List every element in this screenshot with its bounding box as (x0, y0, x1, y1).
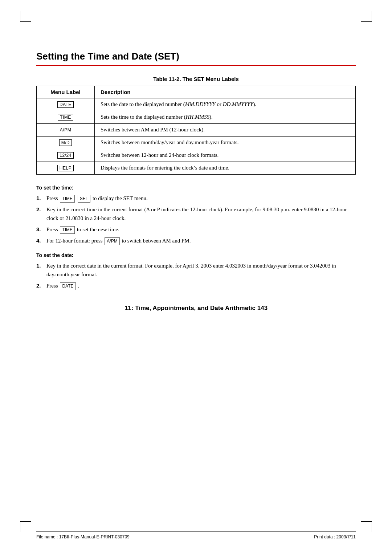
table-row: HELP Displays the formats for entering t… (37, 162, 356, 175)
key-date-inline: DATE (60, 282, 75, 290)
step-content: Key in the correct date in the current f… (46, 262, 356, 279)
section-title: Setting the Time and Date (SET) (36, 51, 356, 66)
step-content: Press DATE . (46, 282, 356, 290)
step-number: 3. (36, 225, 46, 234)
table-row: DATE Sets the date to the displayed numb… (37, 98, 356, 111)
format-dd-mmyyyy: DD.MMYYYY (223, 101, 253, 107)
key-md: M/D (59, 139, 72, 146)
key-1224: 12/24 (57, 152, 74, 159)
table-row: 12/24 Switches between 12-hour and 24-ho… (37, 149, 356, 162)
desc-date: Sets the date to the displayed number (M… (95, 98, 356, 111)
menu-label-date: DATE (37, 98, 95, 111)
key-time: TIME (58, 114, 73, 121)
step-content: Key in the correct time in the current f… (46, 205, 356, 223)
step-number: 4. (36, 237, 46, 245)
desc-help: Displays the formats for entering the cl… (95, 162, 356, 175)
menu-table: Menu Label Description DATE Sets the dat… (36, 86, 356, 175)
corner-mark-bottom-left (20, 521, 31, 532)
step-number: 1. (36, 194, 46, 203)
list-item: 2. Press DATE . (36, 282, 356, 290)
list-item: 3. Press TIME to set the new time. (36, 225, 356, 234)
step-number: 2. (36, 282, 46, 290)
step-number: 1. (36, 262, 46, 270)
col-header-description: Description (95, 86, 356, 98)
page: Setting the Time and Date (SET) Table 11… (0, 0, 392, 554)
col-header-menu-label: Menu Label (37, 86, 95, 98)
desc-1224: Switches between 12-hour and 24-hour clo… (95, 149, 356, 162)
menu-label-apm: A/PM (37, 124, 95, 137)
corner-mark-top-right (361, 11, 372, 22)
table-row: A/PM Switches between AM and PM (12-hour… (37, 124, 356, 137)
table-row: M/D Switches between month/day/year and … (37, 137, 356, 149)
list-item: 2. Key in the correct time in the curren… (36, 205, 356, 223)
key-apm: A/PM (58, 127, 73, 133)
key-time-inline: TIME (60, 195, 75, 203)
desc-apm: Switches between AM and PM (12-hour cloc… (95, 124, 356, 137)
step-content: For 12-hour format: press A/PM to switch… (46, 237, 356, 245)
footer-filename: File name : 17BII-Plus-Manual-E-PRINT-03… (36, 534, 130, 539)
key-help: HELP (57, 165, 74, 171)
step-content: Press TIME SET to display the SET menu. (46, 194, 356, 203)
menu-label-time: TIME (37, 111, 95, 124)
format-hh-mmss: HH.MMSS (186, 114, 209, 120)
list-item: 4. For 12-hour format: press A/PM to swi… (36, 237, 356, 245)
desc-md: Switches between month/day/year and day.… (95, 137, 356, 149)
key-time-inline2: TIME (60, 226, 75, 234)
subsection-title-date: To set the date: (36, 252, 356, 258)
key-set-inline: SET (78, 195, 90, 203)
footer-printdate: Print data : 2003/7/11 (314, 534, 356, 539)
key-date: DATE (57, 101, 74, 108)
step-number: 2. (36, 205, 46, 214)
corner-mark-top-left (20, 11, 31, 22)
list-item: 1. Key in the correct date in the curren… (36, 262, 356, 279)
step-content: Press TIME to set the new time. (46, 225, 356, 234)
chapter-footer-text: 11: Time, Appointments, and Date Arithme… (124, 305, 268, 311)
format-mm-ddyyyy: MM.DDYYYY (185, 101, 216, 107)
menu-label-1224: 12/24 (37, 149, 95, 162)
date-steps-list: 1. Key in the correct date in the curren… (36, 262, 356, 290)
chapter-footer: 11: Time, Appointments, and Date Arithme… (36, 305, 356, 312)
time-steps-list: 1. Press TIME SET to display the SET men… (36, 194, 356, 245)
table-row: TIME Sets the time to the displayed numb… (37, 111, 356, 124)
menu-label-md: M/D (37, 137, 95, 149)
table-caption: Table 11-2. The SET Menu Labels (36, 76, 356, 82)
desc-time: Sets the time to the displayed number (H… (95, 111, 356, 124)
key-apm-inline: A/PM (105, 237, 119, 245)
menu-label-help: HELP (37, 162, 95, 175)
corner-mark-bottom-right (361, 521, 372, 532)
subsection-title-time: To set the time: (36, 185, 356, 191)
list-item: 1. Press TIME SET to display the SET men… (36, 194, 356, 203)
page-footer: File name : 17BII-Plus-Manual-E-PRINT-03… (36, 531, 356, 539)
